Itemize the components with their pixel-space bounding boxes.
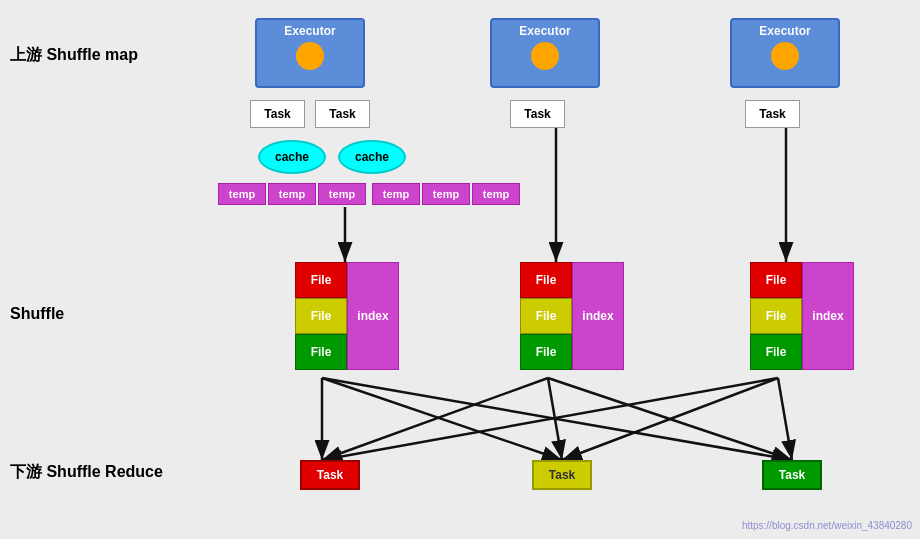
svg-line-9 [548, 378, 792, 460]
temp-6: temp [472, 183, 520, 205]
task-top-2: Task [315, 100, 370, 128]
executor-2-circle [531, 42, 559, 70]
task-top-3: Task [510, 100, 565, 128]
label-downstream: 下游 Shuffle Reduce [10, 462, 163, 483]
diagram-container: 上游 Shuffle map Shuffle 下游 Shuffle Reduce [0, 0, 920, 539]
label-upstream: 上游 Shuffle map [10, 45, 138, 66]
svg-line-12 [778, 378, 792, 460]
cache-2: cache [338, 140, 406, 174]
temp-3: temp [318, 183, 366, 205]
svg-line-6 [322, 378, 792, 460]
executor-1-label: Executor [284, 24, 335, 38]
shuffle-group-2: File File File index [520, 262, 624, 370]
executor-2-label: Executor [519, 24, 570, 38]
task-bottom-1: Task [300, 460, 360, 490]
executor-3-circle [771, 42, 799, 70]
temp-4: temp [372, 183, 420, 205]
cache-1: cache [258, 140, 326, 174]
executor-2: Executor [490, 18, 600, 88]
temp-5: temp [422, 183, 470, 205]
executor-3-label: Executor [759, 24, 810, 38]
task-top-1: Task [250, 100, 305, 128]
shuffle-group-1: File File File index [295, 262, 399, 370]
shuffle-group-3: File File File index [750, 262, 854, 370]
svg-line-8 [548, 378, 562, 460]
task-bottom-3: Task [762, 460, 822, 490]
task-top-4: Task [745, 100, 800, 128]
svg-line-10 [322, 378, 778, 460]
executor-3: Executor [730, 18, 840, 88]
temp-2: temp [268, 183, 316, 205]
svg-line-7 [322, 378, 548, 460]
label-shuffle: Shuffle [10, 305, 64, 323]
svg-line-5 [322, 378, 562, 460]
svg-line-11 [562, 378, 778, 460]
executor-1-circle [296, 42, 324, 70]
temp-1: temp [218, 183, 266, 205]
executor-1: Executor [255, 18, 365, 88]
task-bottom-2: Task [532, 460, 592, 490]
watermark: https://blog.csdn.net/weixin_43840280 [742, 520, 912, 531]
